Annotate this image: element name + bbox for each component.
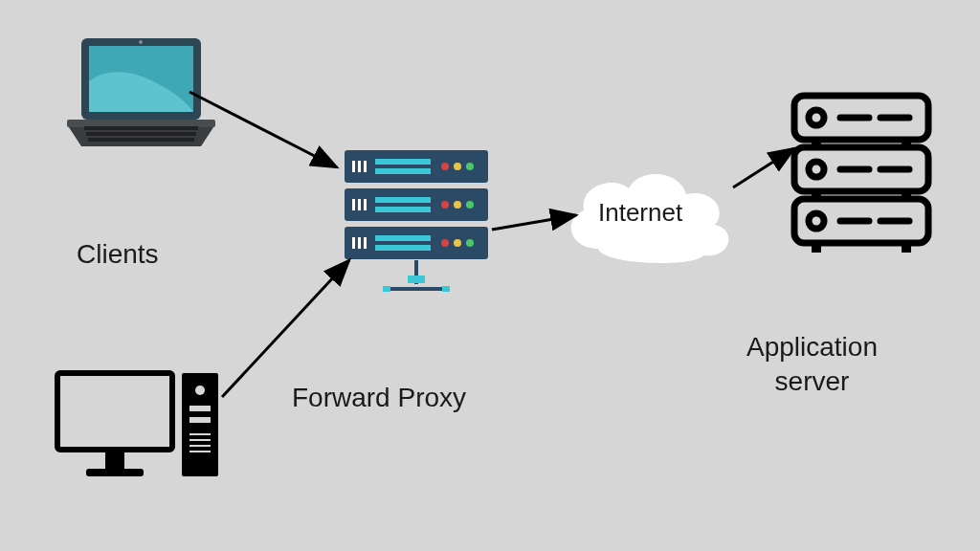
forward-proxy-label: Forward Proxy xyxy=(292,383,466,413)
arrow-desktop-proxy xyxy=(222,260,349,397)
arrows-layer xyxy=(0,0,980,551)
arrow-cloud-appserver xyxy=(733,148,794,187)
application-server-label: Application server xyxy=(746,330,878,400)
arrow-laptop-proxy xyxy=(189,92,337,167)
arrow-proxy-cloud xyxy=(492,215,576,230)
clients-label: Clients xyxy=(77,239,159,270)
